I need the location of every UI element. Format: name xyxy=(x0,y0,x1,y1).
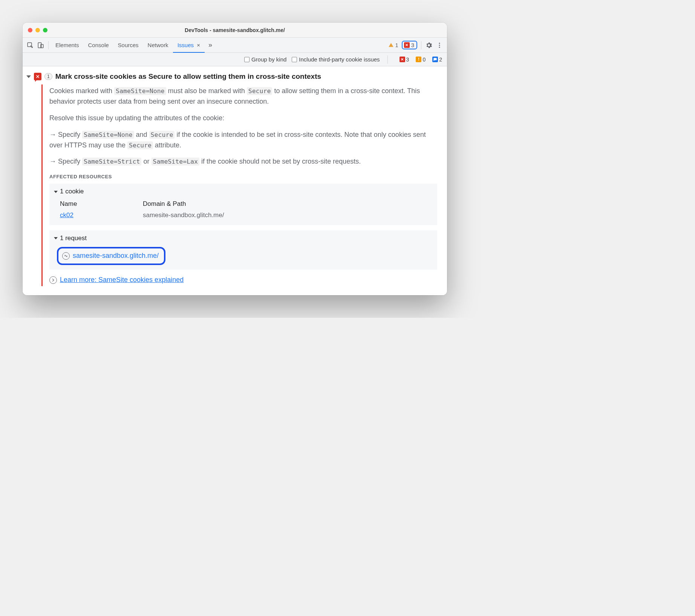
more-tabs-icon[interactable]: » xyxy=(205,41,216,49)
issue-bullet-1: Specify SameSite=None and Secure if the … xyxy=(49,130,437,151)
tab-console[interactable]: Console xyxy=(84,38,113,53)
warnings-count: 1 xyxy=(395,42,398,48)
requests-section-header[interactable]: 1 request xyxy=(54,233,433,243)
inspect-element-icon[interactable] xyxy=(25,40,35,51)
checkbox-icon xyxy=(244,57,250,62)
request-link-highlighted[interactable]: samesite-sandbox.glitch.me/ xyxy=(57,247,165,265)
issue-count-pill: 1 xyxy=(44,73,52,80)
tab-sources[interactable]: Sources xyxy=(113,38,143,53)
request-url: samesite-sandbox.glitch.me/ xyxy=(73,251,159,261)
info-square-icon xyxy=(432,57,438,62)
warnings-badge[interactable]: 1 xyxy=(386,41,400,49)
checkbox-icon xyxy=(292,57,297,62)
requests-section-title: 1 request xyxy=(60,233,87,243)
cookie-domain: samesite-sandbox.glitch.me/ xyxy=(143,210,224,220)
settings-gear-icon[interactable] xyxy=(424,40,434,51)
issue-title: Mark cross-site cookies as Secure to all… xyxy=(55,72,321,81)
warnings-summary[interactable]: ! 0 xyxy=(414,56,427,63)
titlebar: DevTools - samesite-sandbox.glitch.me/ xyxy=(23,23,447,38)
kebab-menu-icon[interactable] xyxy=(434,40,445,51)
col-domain: Domain & Path xyxy=(143,199,186,209)
third-party-label: Include third-party cookie issues xyxy=(299,56,380,63)
affected-cookies-block: 1 cookie Name Domain & Path ck02 samesit… xyxy=(49,184,437,225)
separator xyxy=(48,41,49,49)
col-name: Name xyxy=(60,199,120,209)
issues-content: 1 Mark cross-site cookies as Secure to a… xyxy=(23,66,447,295)
tab-elements[interactable]: Elements xyxy=(51,38,84,53)
affected-requests-block: 1 request samesite-sandbox.glitch.me/ xyxy=(49,230,437,270)
group-by-kind-label: Group by kind xyxy=(251,56,286,63)
close-tab-icon[interactable]: × xyxy=(197,42,200,48)
third-party-checkbox[interactable]: Include third-party cookie issues xyxy=(292,56,380,63)
learn-more-link[interactable]: Learn more: SameSite cookies explained xyxy=(60,275,184,285)
error-square-icon: ✕ xyxy=(404,42,410,48)
expand-caret-icon[interactable] xyxy=(26,75,31,78)
issue-resolve-intro: Resolve this issue by updating the attri… xyxy=(49,113,437,124)
learn-more-row: Learn more: SameSite cookies explained xyxy=(49,275,437,285)
warning-triangle-icon xyxy=(388,42,394,48)
status-badges: 1 ✕ 3 xyxy=(385,41,419,49)
window-title: DevTools - samesite-sandbox.glitch.me/ xyxy=(23,27,447,33)
error-speech-icon xyxy=(34,73,41,80)
separator xyxy=(387,55,388,64)
cookies-section-title: 1 cookie xyxy=(60,187,84,196)
errors-count: 3 xyxy=(411,42,414,48)
svg-point-5 xyxy=(439,46,440,48)
issue-bullet-2: Specify SameSite=Strict or SameSite=Lax … xyxy=(49,156,437,167)
expand-caret-icon xyxy=(54,237,58,239)
close-window-icon[interactable] xyxy=(28,28,32,32)
info-summary[interactable]: 2 xyxy=(430,56,444,63)
cookies-table: Name Domain & Path ck02 samesite-sandbox… xyxy=(60,199,433,221)
cookie-name-link[interactable]: ck02 xyxy=(60,211,73,219)
devtools-toolbar: Elements Console Sources Network Issues … xyxy=(23,38,447,53)
affected-resources-label: AFFECTED RESOURCES xyxy=(49,173,437,181)
minimize-window-icon[interactable] xyxy=(35,28,40,32)
issue-body: Cookies marked with SameSite=None must a… xyxy=(41,84,441,286)
svg-point-4 xyxy=(439,44,440,46)
issue-header[interactable]: 1 Mark cross-site cookies as Secure to a… xyxy=(26,71,441,84)
info-summary-count: 2 xyxy=(439,57,442,63)
svg-rect-6 xyxy=(434,58,437,60)
tab-issues[interactable]: Issues × xyxy=(173,38,205,53)
separator xyxy=(421,41,421,49)
window-controls xyxy=(23,28,47,32)
errors-badge-highlighted[interactable]: ✕ 3 xyxy=(402,41,417,49)
group-by-kind-checkbox[interactable]: Group by kind xyxy=(244,56,286,63)
tab-issues-label: Issues xyxy=(178,42,194,48)
network-request-icon xyxy=(62,252,70,260)
table-row: ck02 samesite-sandbox.glitch.me/ xyxy=(60,210,433,220)
device-toolbar-icon[interactable] xyxy=(35,40,46,51)
devtools-window: DevTools - samesite-sandbox.glitch.me/ E… xyxy=(23,23,447,295)
error-square-icon: ✕ xyxy=(400,57,405,62)
errors-summary-count: 3 xyxy=(406,57,409,63)
issues-summary-badges: ✕ 3 ! 0 2 xyxy=(398,56,444,63)
issues-filter-bar: Group by kind Include third-party cookie… xyxy=(23,53,447,66)
table-header: Name Domain & Path xyxy=(60,199,433,209)
svg-point-3 xyxy=(439,43,440,44)
tab-network[interactable]: Network xyxy=(143,38,173,53)
zoom-window-icon[interactable] xyxy=(43,28,47,32)
errors-summary[interactable]: ✕ 3 xyxy=(398,56,411,63)
external-link-icon xyxy=(49,276,57,284)
cookies-section-header[interactable]: 1 cookie xyxy=(54,187,433,196)
expand-caret-icon xyxy=(54,191,58,193)
warnings-summary-count: 0 xyxy=(423,57,426,63)
issue-description: Cookies marked with SameSite=None must a… xyxy=(49,86,437,107)
warning-square-icon: ! xyxy=(416,57,421,62)
